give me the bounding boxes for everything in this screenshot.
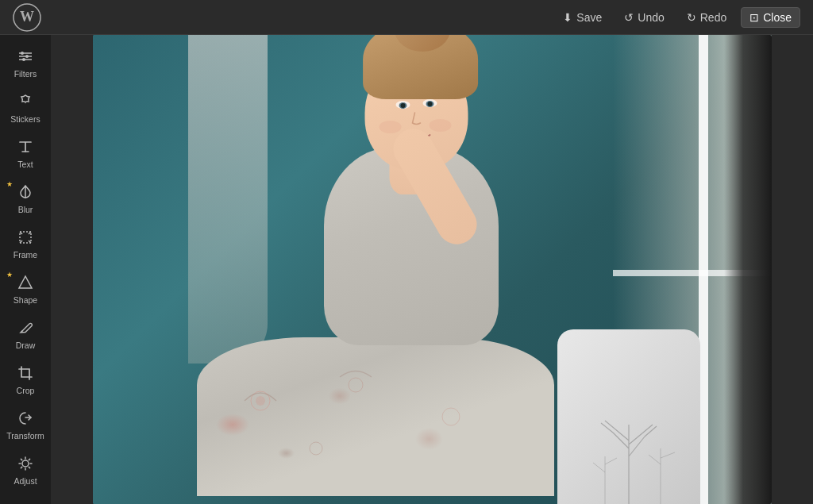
sidebar-item-shape[interactable]: ★ Shape — [2, 267, 49, 311]
frame-label: Frame — [13, 250, 37, 260]
svg-line-21 — [21, 467, 21, 467]
sidebar-item-draw[interactable]: Draw — [2, 313, 49, 356]
svg-point-14 — [22, 460, 29, 467]
text-label: Text — [17, 160, 33, 169]
shape-label: Shape — [13, 295, 37, 305]
svg-point-24 — [256, 396, 265, 406]
person-lap — [197, 337, 554, 496]
save-button[interactable]: ⬇ Save — [555, 8, 610, 27]
svg-point-7 — [22, 58, 25, 61]
text-icon — [17, 138, 34, 158]
filters-label: Filters — [14, 69, 37, 79]
undo-label: Undo — [638, 11, 664, 24]
svg-line-19 — [21, 459, 21, 460]
blur-icon — [17, 183, 34, 203]
adjust-icon — [17, 455, 34, 475]
shape-star-badge: ★ — [6, 271, 13, 279]
svg-point-6 — [25, 55, 29, 58]
svg-point-26 — [442, 408, 460, 425]
svg-text:W: W — [20, 9, 34, 25]
canvas-area — [51, 35, 813, 504]
transform-icon — [17, 410, 34, 429]
blur-label: Blur — [18, 205, 33, 214]
save-icon: ⬇ — [563, 11, 572, 24]
svg-point-32 — [401, 103, 406, 108]
redo-label: Redo — [700, 11, 726, 24]
save-label: Save — [576, 11, 602, 24]
topbar-actions: ⬇ Save ↺ Undo ↻ Redo ⊡ Close — [555, 7, 800, 28]
undo-button[interactable]: ↺ Undo — [616, 8, 672, 27]
sidebar-item-transform[interactable]: Transform — [2, 403, 49, 447]
sidebar-item-crop[interactable]: Crop — [2, 358, 49, 402]
sidebar-item-frame[interactable]: Frame — [2, 222, 49, 266]
sidebar-item-adjust[interactable]: Adjust — [2, 448, 49, 492]
main-area: Filters Stickers Text ★ — [0, 35, 813, 504]
wp-logo: W — [13, 3, 41, 32]
sidebar-item-filters[interactable]: Filters — [2, 41, 49, 85]
photo-canvas[interactable] — [93, 35, 772, 504]
sidebar-item-text[interactable]: Text — [2, 132, 49, 175]
filters-icon — [17, 48, 34, 67]
draw-label: Draw — [16, 340, 36, 350]
draw-icon — [17, 319, 34, 339]
crop-label: Crop — [17, 386, 35, 395]
svg-point-25 — [349, 378, 363, 392]
frame-icon — [17, 229, 34, 248]
svg-point-35 — [430, 119, 452, 132]
close-button[interactable]: ⊡ Close — [741, 7, 800, 28]
sidebar-item-blur[interactable]: ★ Blur — [2, 177, 49, 221]
sidebar: Filters Stickers Text ★ — [0, 35, 51, 504]
svg-line-22 — [29, 459, 29, 460]
close-label: Close — [763, 11, 792, 24]
svg-point-34 — [380, 121, 402, 133]
redo-button[interactable]: ↻ Redo — [679, 8, 734, 27]
svg-line-20 — [29, 467, 29, 467]
undo-icon: ↺ — [624, 11, 634, 24]
transform-label: Transform — [6, 431, 44, 441]
crop-icon — [17, 364, 34, 384]
stickers-label: Stickers — [10, 114, 40, 124]
close-icon: ⊡ — [749, 11, 759, 24]
dress-floral-svg — [197, 337, 554, 496]
blur-star-badge: ★ — [6, 180, 13, 188]
adjust-label: Adjust — [13, 476, 37, 486]
svg-point-27 — [310, 442, 322, 455]
redo-icon: ↻ — [687, 11, 696, 24]
topbar: W ⬇ Save ↺ Undo ↻ Redo ⊡ Close — [0, 0, 813, 35]
svg-point-5 — [21, 52, 24, 55]
svg-point-33 — [428, 102, 433, 106]
stickers-icon — [17, 93, 34, 113]
shape-icon — [17, 274, 34, 294]
photo-person — [205, 52, 618, 504]
sidebar-item-stickers[interactable]: Stickers — [2, 87, 49, 130]
photo-curtain-dark — [724, 35, 772, 504]
